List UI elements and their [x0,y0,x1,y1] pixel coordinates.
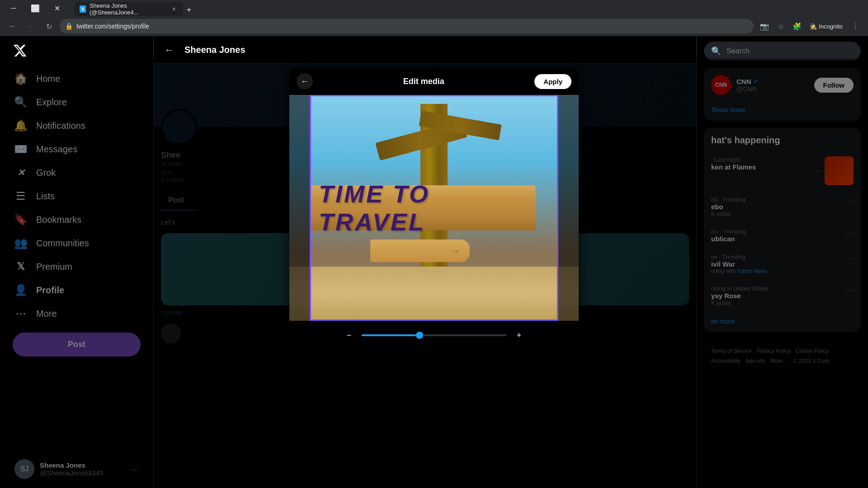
search-bar[interactable]: 🔍 Search [704,42,861,61]
reload-button[interactable]: ↻ [42,19,56,33]
no-camera-icon[interactable]: 📷 [757,19,772,33]
url-text: twitter.com/settings/profile [76,23,748,30]
tab-close-button[interactable]: ✕ [170,5,177,13]
extensions-icon[interactable]: 🧩 [790,19,804,33]
back-nav-button[interactable]: ← [5,19,20,33]
zoom-controls: − + [342,328,526,343]
close-button[interactable]: ✕ [47,2,67,14]
modal-image-container: TIME TO TRAVEL → [289,95,579,321]
browser-toolbar: ← → ↻ 🔒 twitter.com/settings/profile 📷 ☆… [0,16,868,36]
x-logo-icon [13,43,27,58]
menu-button[interactable]: ⋮ [848,19,863,33]
zoom-in-button[interactable]: + [512,328,526,343]
modal-controls: − + [289,321,579,350]
modal-overlay: ← Edit media Apply [154,59,696,488]
back-button[interactable]: ← [161,42,177,58]
incognito-indicator: 🕵 Incognito [806,19,846,33]
forward-nav-button[interactable]: → [24,19,38,33]
page-title: Sheena Jones [184,45,245,55]
crop-right-shadow [558,95,579,321]
lock-icon: 🔒 [65,23,73,30]
crop-overlay [289,95,579,321]
bookmark-star-icon[interactable]: ☆ [774,19,788,33]
incognito-icon: 🕵 [810,23,817,30]
zoom-slider[interactable] [362,334,506,336]
crop-border [310,95,558,321]
main-content: ← Sheena Jones Sheena Jones @SheenaJones… [154,36,696,488]
modal-apply-button[interactable]: Apply [534,74,571,89]
tab-favicon: 𝕏 [80,5,86,13]
zoom-out-button[interactable]: − [342,328,356,343]
edit-media-modal: ← Edit media Apply [289,68,579,350]
active-tab[interactable]: 𝕏 Sheena Jones (@SheenaJone4... ✕ [74,2,183,16]
modal-title: Edit media [313,77,534,86]
search-icon: 🔍 [711,46,721,56]
window-controls: ─ ⬜ ✕ [4,2,67,14]
profile-name-heading: Sheena Jones [184,45,245,55]
modal-close-button[interactable]: ← [297,73,313,89]
incognito-label: Incognito [819,23,843,30]
zoom-slider-thumb [416,332,423,339]
minimize-button[interactable]: ─ [4,2,24,14]
maximize-button[interactable]: ⬜ [25,2,45,14]
tab-title: Sheena Jones (@SheenaJone4... [90,2,166,16]
toolbar-actions: 📷 ☆ 🧩 🕵 Incognito ⋮ [757,19,863,33]
modal-header: ← Edit media Apply [289,68,579,95]
address-bar[interactable]: 🔒 twitter.com/settings/profile [60,19,754,33]
new-tab-button[interactable]: + [183,4,195,16]
zoom-slider-track [362,334,420,336]
tab-bar: 𝕏 Sheena Jones (@SheenaJone4... ✕ + [71,0,199,16]
page-content: 🏠 Home 🔍 Explore 🔔 Notifications ✉️ Mess… [0,36,868,488]
crop-left-shadow [289,95,310,321]
title-bar: ─ ⬜ ✕ 𝕏 Sheena Jones (@SheenaJone4... ✕ … [0,0,868,16]
browser-window: ─ ⬜ ✕ 𝕏 Sheena Jones (@SheenaJone4... ✕ … [0,0,868,488]
search-placeholder: Search [726,47,750,55]
